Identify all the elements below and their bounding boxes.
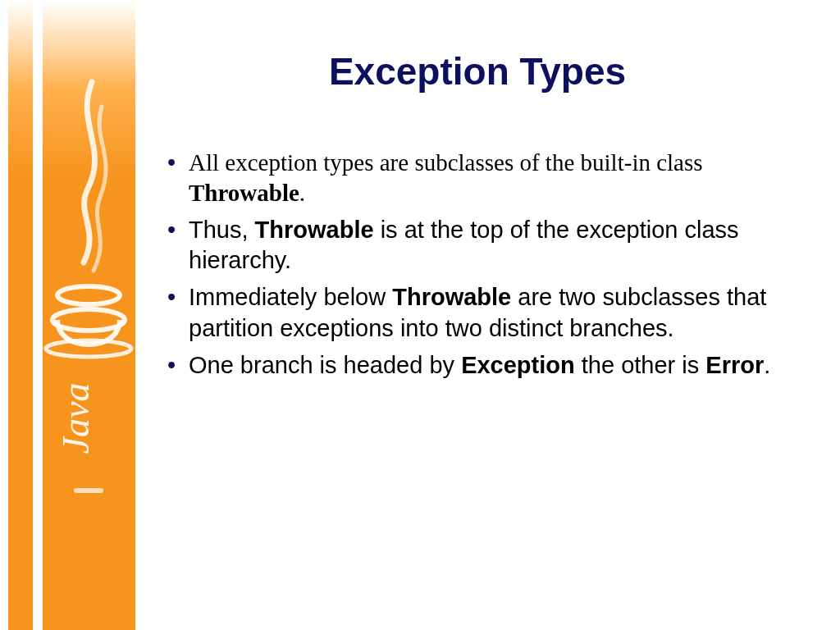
bullet-text-post: . (764, 352, 770, 378)
bullet-item: One branch is headed by Exception the ot… (164, 350, 791, 381)
svg-rect-4 (74, 488, 103, 493)
bullet-text-pre: Immediately below (189, 284, 392, 310)
sidebar-strip-thin (8, 0, 33, 630)
sidebar-strip-gap (33, 0, 43, 630)
bullet-text-pre: All exception types are subclasses of th… (189, 149, 703, 176)
bullet-text-bold: Throwable (392, 284, 511, 310)
bullet-text-bold: Exception (461, 352, 575, 378)
sidebar-strip-wide: Java (43, 0, 135, 630)
svg-point-1 (52, 309, 125, 331)
slide: Java Exception Types All exception types… (0, 0, 840, 630)
bullet-text-bold: Throwable (255, 217, 374, 243)
bullet-text-post: . (299, 180, 305, 206)
bullet-item: Immediately below Throwable are two subc… (164, 282, 791, 343)
svg-text:Java: Java (55, 383, 97, 454)
slide-body: All exception types are subclasses of th… (164, 148, 791, 387)
bullet-text-pre: Thus, (189, 217, 255, 243)
slide-title: Exception Types (164, 49, 791, 94)
bullet-item: All exception types are subclasses of th… (164, 148, 791, 208)
bullet-item: Thus, Throwable is at the top of the exc… (164, 215, 791, 276)
bullet-text-pre: One branch is headed by (189, 352, 461, 378)
bullet-list: All exception types are subclasses of th… (164, 148, 791, 381)
bullet-text-mid: the other is (575, 352, 706, 378)
svg-point-0 (57, 286, 120, 304)
bullet-text-bold2: Error (705, 352, 764, 378)
java-logo-icon: Java (43, 74, 135, 500)
bullet-text-bold: Throwable (189, 180, 299, 206)
svg-point-2 (46, 340, 131, 357)
sidebar-java-banner: Java (8, 0, 135, 630)
